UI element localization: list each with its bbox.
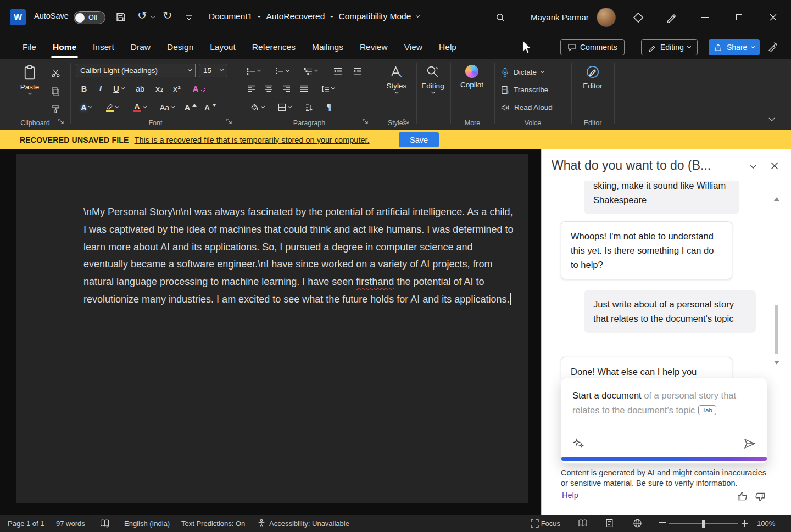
- italic-button[interactable]: I: [94, 81, 107, 96]
- tab-layout[interactable]: Layout: [202, 35, 244, 59]
- scroll-up-button[interactable]: [774, 188, 779, 198]
- thumbs-up-button[interactable]: [737, 491, 748, 501]
- increase-indent-button[interactable]: [350, 64, 365, 79]
- sort-button[interactable]: [301, 100, 316, 115]
- panel-collapse-button[interactable]: [748, 163, 758, 170]
- tab-file[interactable]: File: [14, 35, 44, 59]
- recovery-save-button[interactable]: Save: [399, 132, 439, 147]
- strikethrough-button[interactable]: ab: [132, 81, 148, 96]
- recovered-file-message[interactable]: This is a recovered file that is tempora…: [135, 136, 370, 144]
- zoom-level[interactable]: 100%: [757, 519, 775, 528]
- maximize-button[interactable]: [727, 0, 751, 35]
- subscript-button[interactable]: x₂: [152, 81, 167, 96]
- zoom-slider-thumb[interactable]: [702, 520, 705, 528]
- collapse-ribbon-button[interactable]: [768, 116, 776, 123]
- editing-button[interactable]: Editing: [419, 63, 447, 93]
- editor-button[interactable]: Editor: [576, 63, 610, 90]
- decrease-indent-button[interactable]: [331, 64, 345, 79]
- copy-button[interactable]: [48, 83, 63, 98]
- styles-dialog-launcher[interactable]: [403, 119, 409, 125]
- justify-button[interactable]: [297, 81, 311, 96]
- document-text[interactable]: \nMy Personal Story\n\nI was always fasc…: [83, 204, 516, 309]
- superscript-button[interactable]: x²: [169, 81, 185, 96]
- tab-draw[interactable]: Draw: [122, 35, 159, 59]
- comments-button[interactable]: Comments: [560, 39, 625, 55]
- grow-font-button[interactable]: A: [182, 100, 199, 115]
- copilot-button[interactable]: Copilot: [455, 63, 489, 89]
- cut-button[interactable]: [48, 66, 63, 81]
- share-button[interactable]: Share: [709, 39, 760, 55]
- minimize-button[interactable]: [693, 0, 717, 35]
- tab-mailings[interactable]: Mailings: [304, 35, 352, 59]
- coauthor-pen-icon[interactable]: [767, 41, 778, 52]
- transcribe-button[interactable]: Transcribe: [501, 82, 558, 97]
- proofing-status-button[interactable]: [100, 519, 109, 528]
- web-layout-button[interactable]: [633, 519, 642, 528]
- copilot-composer[interactable]: Start a document of a personal story tha…: [561, 378, 767, 464]
- print-layout-button[interactable]: [605, 519, 614, 528]
- user-avatar[interactable]: [597, 8, 616, 27]
- read-mode-button[interactable]: [578, 519, 588, 527]
- tab-home[interactable]: Home: [44, 35, 85, 59]
- customize-toolbar-button[interactable]: [185, 14, 193, 21]
- scroll-down-button[interactable]: [774, 365, 779, 374]
- focus-button[interactable]: Focus: [531, 519, 560, 528]
- text-predictions-indicator[interactable]: Text Predictions: On: [181, 519, 245, 528]
- highlight-color-button[interactable]: [101, 100, 123, 115]
- document-page[interactable]: \nMy Personal Story\n\nI was always fasc…: [16, 154, 528, 503]
- autosave-toggle[interactable]: Off: [74, 11, 105, 24]
- dictate-button[interactable]: Dictate: [501, 65, 550, 80]
- undo-chevron-icon[interactable]: [151, 15, 155, 19]
- misspelled-word[interactable]: firsthand: [356, 276, 394, 287]
- line-spacing-button[interactable]: [317, 81, 337, 96]
- change-case-button[interactable]: Aa: [156, 100, 178, 115]
- numbering-button[interactable]: [272, 64, 291, 79]
- text-effects-button[interactable]: A: [78, 100, 94, 115]
- panel-close-button[interactable]: [770, 161, 779, 170]
- help-link[interactable]: Help: [562, 491, 578, 500]
- bullets-button[interactable]: [244, 64, 263, 79]
- language-indicator[interactable]: English (India): [124, 519, 170, 528]
- accessibility-status[interactable]: Accessibility: Unavailable: [269, 519, 349, 528]
- tab-view[interactable]: View: [396, 35, 431, 59]
- tab-references[interactable]: References: [244, 35, 304, 59]
- editing-mode-button[interactable]: Editing: [641, 39, 698, 55]
- align-right-button[interactable]: [279, 81, 293, 96]
- word-logo-icon[interactable]: W: [10, 9, 26, 25]
- close-button[interactable]: [761, 0, 786, 35]
- align-center-button[interactable]: [261, 81, 276, 96]
- tab-help[interactable]: Help: [431, 35, 465, 59]
- rewrite-sparkle-button[interactable]: [572, 438, 584, 449]
- word-count[interactable]: 97 words: [56, 519, 85, 528]
- scrollbar-thumb[interactable]: [775, 305, 778, 354]
- paste-button[interactable]: Paste: [16, 63, 43, 94]
- redo-button[interactable]: ↻: [163, 10, 172, 21]
- borders-button[interactable]: [275, 100, 294, 115]
- format-painter-button[interactable]: [48, 101, 63, 116]
- shading-button[interactable]: [247, 100, 267, 115]
- zoom-out-button[interactable]: [659, 522, 666, 523]
- undo-button[interactable]: ↺: [137, 10, 147, 21]
- accessibility-button[interactable]: [257, 519, 266, 528]
- designer-icon[interactable]: [633, 12, 644, 23]
- font-color-button[interactable]: A: [129, 100, 151, 115]
- clear-formatting-button[interactable]: A: [191, 81, 208, 96]
- tab-insert[interactable]: Insert: [85, 35, 122, 59]
- shrink-font-button[interactable]: A: [202, 100, 219, 115]
- tab-design[interactable]: Design: [159, 35, 202, 59]
- multilevel-list-button[interactable]: [301, 64, 320, 79]
- zoom-slider[interactable]: [669, 523, 738, 524]
- styles-button[interactable]: Styles: [381, 63, 412, 93]
- font-size-combo[interactable]: 15: [199, 64, 227, 77]
- save-button[interactable]: [115, 12, 126, 23]
- bold-button[interactable]: B: [77, 81, 91, 96]
- document-title[interactable]: Document1 - AutoRecovered - Compatibilit…: [209, 12, 419, 21]
- underline-button[interactable]: U: [109, 81, 129, 96]
- ink-pen-icon[interactable]: [666, 12, 677, 23]
- tab-review[interactable]: Review: [352, 35, 396, 59]
- thumbs-down-button[interactable]: [755, 492, 765, 502]
- page-indicator[interactable]: Page 1 of 1: [8, 519, 44, 528]
- send-button[interactable]: [744, 438, 756, 449]
- read-aloud-button[interactable]: Read Aloud: [501, 100, 560, 115]
- font-dialog-launcher[interactable]: [226, 119, 232, 125]
